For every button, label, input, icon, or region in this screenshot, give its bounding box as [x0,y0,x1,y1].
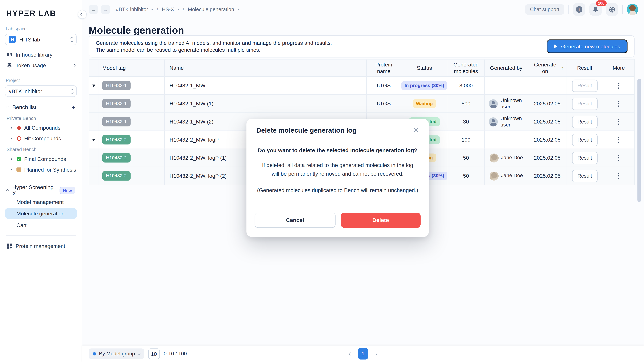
result-button[interactable]: Result [572,152,598,164]
project-select[interactable]: #BTK inhibitor [5,85,77,97]
chat-support-button[interactable]: Chat support [525,4,564,15]
result-button[interactable]: Result [572,170,598,182]
prev-page-icon[interactable] [348,352,352,356]
column-header-model-tag: Model tag [99,59,164,76]
nav-item-label: Token usage [16,62,69,68]
close-icon[interactable]: ✕ [413,127,419,134]
topbar: ← → #BTK inhibitor/HS-X/Molecule generat… [89,3,638,15]
breadcrumb-item[interactable]: #BTK inhibitor [116,6,153,12]
page-size-input[interactable]: 10 [148,349,160,359]
sidebar-item-cart[interactable]: Cart [5,220,77,230]
banner-line-2: The same model can be reused to generate… [96,46,332,53]
next-page-icon[interactable] [374,352,378,356]
generated-by-cell: - [484,131,528,148]
more-options-icon[interactable] [618,83,620,88]
breadcrumb-item[interactable]: HS-X [162,6,179,12]
bench-item-planned-for-synthesis[interactable]: Planned for Synthesis [5,164,77,175]
model-tag-cell: H10432-1 [99,95,164,112]
info-icon: i [576,6,582,13]
expand-cell[interactable] [89,77,99,94]
molecules-cell: 30 [448,113,484,130]
breadcrumb-label: #BTK inhibitor [116,6,148,12]
lab-space-select[interactable]: H HITS lab [5,34,77,45]
page-1-button[interactable]: 1 [358,348,368,360]
model-tag-cell: H10432-1 [99,77,164,94]
lab-space-label: Lab space [6,26,76,31]
select-updown-icon [71,37,73,42]
hyper-screening-header[interactable]: Hyper Screening X New [5,185,77,196]
bell-icon [592,6,599,13]
notifications-button[interactable]: 100 [590,3,602,15]
generated-by-name: Unknown user [500,97,524,110]
language-button[interactable] [606,3,618,15]
grid-plus-icon [6,243,12,249]
expand-caret-icon[interactable] [92,84,96,87]
sidebar-item-molecule-generation[interactable]: Molecule generation [5,208,77,219]
back-button[interactable]: ← [89,5,98,14]
sidebar-divider [6,235,76,236]
group-by-label: By Model group [99,351,135,357]
user-avatar[interactable] [627,4,638,15]
table-scrollbar[interactable] [638,79,641,202]
more-options-icon[interactable] [618,173,620,179]
bench-list-header[interactable]: Bench list + [5,102,77,112]
breadcrumb-label: Molecule generation [188,6,234,12]
chevron-left-icon [80,12,84,16]
notification-count-badge: 100 [596,0,606,6]
column-header-status: Status [401,59,448,76]
forward-button[interactable]: → [101,5,110,14]
breadcrumb: #BTK inhibitor/HS-X/Molecule generation [116,6,239,12]
sidebar-item-model-management[interactable]: Model management [5,197,77,207]
model-tag-badge: H10432-1 [102,81,130,90]
more-options-icon[interactable] [618,155,620,161]
collapse-caret-icon [6,106,9,109]
result-button[interactable]: Result [572,115,598,128]
add-bench-icon[interactable]: + [72,104,75,111]
generate-on-cell: 2025.02.05 [528,167,566,185]
sidebar-item-token-usage[interactable]: Token usage [5,60,77,70]
group-by-button[interactable]: By Model group [89,349,144,359]
expand-cell[interactable] [89,131,99,148]
more-cell [604,167,634,185]
expand-cell [89,167,99,185]
banner-text: Generate molecules using the trained AI … [96,39,332,53]
generated-by-cell: Unknown user [484,95,528,112]
name-cell: H10432-1_MW [164,77,367,94]
description-banner: Generate molecules using the trained AI … [89,35,634,57]
bench-item-all-compounds[interactable]: All Compounds [5,122,77,133]
more-options-icon[interactable] [618,119,620,125]
app-logo: HYPΞR LΛB [6,9,76,18]
model-tag-cell: H10432-2 [99,149,164,167]
result-button[interactable]: Result [572,97,598,110]
caret-up-icon [236,8,239,11]
generated-by-cell: - [484,77,528,94]
result-cell: Result [566,113,604,130]
more-options-icon[interactable] [618,137,620,143]
result-button[interactable]: Result [572,79,598,92]
bench-group-label: Shared Bench [6,147,76,152]
sidebar-collapse-button[interactable] [78,10,87,19]
bullet-icon [11,138,12,139]
more-cell [604,95,634,112]
delete-button[interactable]: Delete [341,213,420,228]
sidebar-item-in-house-library[interactable]: In-house library [5,49,77,60]
nav-item-label: In-house library [16,51,75,58]
sidebar-item-protein-management[interactable]: Protein management [5,241,77,251]
more-options-icon[interactable] [618,101,620,106]
bench-item-hit-compounds[interactable]: Hit Compounds [5,133,77,144]
generate-on-cell: 2025.02.05 [528,131,566,148]
breadcrumb-separator: / [157,6,158,12]
bench-item-final-compounds[interactable]: ✓Final Compounds [5,153,77,164]
topbar-divider [622,5,623,14]
generate-new-molecules-button[interactable]: Generate new molecules [547,39,628,53]
protein-management-label: Protein management [16,243,65,249]
bottom-bar: By Model group 10 0-10 / 100 1 [82,346,644,362]
expand-caret-icon[interactable] [92,139,96,141]
column-header-generate-on[interactable]: Generate on ↑ [528,59,566,76]
molecules-cell: 3,000 [448,77,484,94]
filter-dot-icon [93,352,96,356]
cancel-button[interactable]: Cancel [255,213,335,228]
info-button[interactable]: i [573,3,585,15]
breadcrumb-item[interactable]: Molecule generation [188,6,239,12]
result-button[interactable]: Result [572,134,598,146]
